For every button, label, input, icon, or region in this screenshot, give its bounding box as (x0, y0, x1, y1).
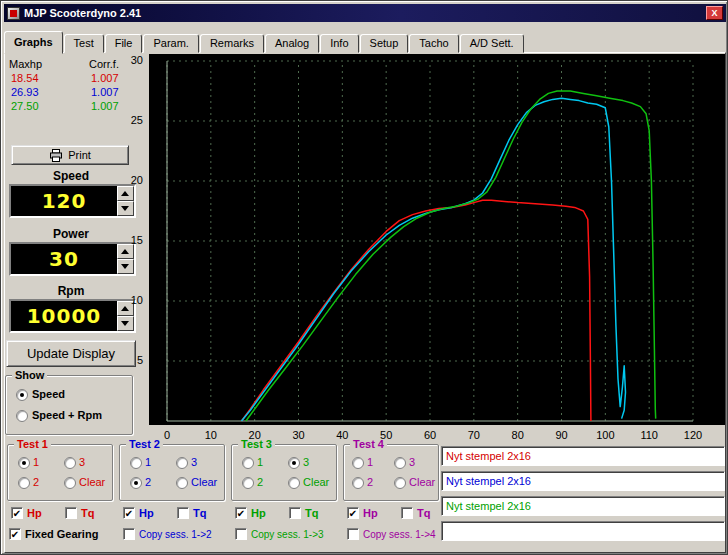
test1-hp-checkbox[interactable] (11, 507, 23, 519)
power-display[interactable]: 30 (9, 242, 136, 276)
test1-maxhp-value: 18.54 (11, 72, 39, 84)
remark-input-1[interactable]: Nyt stempel 2x16 (441, 446, 725, 466)
test2-session1-label[interactable]: 1 (145, 456, 151, 469)
remark-text-1: Nyt stempel 2x16 (446, 450, 531, 462)
show-speed-rpm-label[interactable]: Speed + Rpm (32, 409, 102, 422)
tab-param[interactable]: Param. (143, 34, 198, 53)
test3-clear-label[interactable]: Clear (303, 476, 329, 489)
test1-hp-label[interactable]: Hp (27, 507, 42, 520)
test2-tq-checkbox[interactable] (177, 507, 189, 519)
test1-session3-radio[interactable] (64, 457, 76, 469)
remark-input-4[interactable] (441, 521, 725, 541)
test3-tq-checkbox[interactable] (289, 507, 301, 519)
test4-hp-checkbox[interactable] (347, 507, 359, 519)
copy-sess-1-3-label[interactable]: Copy sess. 1->3 (251, 528, 324, 541)
test2-session2-label[interactable]: 2 (145, 476, 151, 489)
test1-session3-label[interactable]: 3 (79, 456, 85, 469)
test1-session2-radio[interactable] (18, 477, 30, 489)
test2-tq-label[interactable]: Tq (193, 507, 206, 520)
test1-tq-label[interactable]: Tq (81, 507, 94, 520)
speed-display[interactable]: 120 (9, 184, 136, 218)
app-icon (7, 7, 20, 20)
tab-analog[interactable]: Analog (265, 34, 319, 53)
show-speed-radio[interactable] (16, 389, 28, 401)
x-tick-label: 80 (502, 429, 534, 441)
x-tick-label: 90 (546, 429, 578, 441)
tab-file[interactable]: File (105, 34, 143, 53)
test4-clear-label[interactable]: Clear (409, 476, 435, 489)
test4-tq-checkbox[interactable] (401, 507, 413, 519)
test3-hp-label[interactable]: Hp (251, 507, 266, 520)
test2-session2-radio[interactable] (130, 477, 142, 489)
test1-clear-radio[interactable] (64, 477, 76, 489)
test3-session2-radio[interactable] (242, 477, 254, 489)
test3-session2-label[interactable]: 2 (257, 476, 263, 489)
power-down-button[interactable] (117, 259, 134, 274)
copy-sess-1-4-checkbox[interactable] (347, 528, 359, 540)
tab-test[interactable]: Test (64, 34, 104, 53)
test3-session1-radio[interactable] (242, 457, 254, 469)
show-speed-label[interactable]: Speed (32, 388, 65, 401)
test2-hp-checkbox[interactable] (123, 507, 135, 519)
remark-input-2[interactable]: Nyt stempel 2x16 (441, 471, 725, 491)
tab-tacho[interactable]: Tacho (409, 34, 458, 53)
tab-ad-sett[interactable]: A/D Sett. (460, 34, 524, 53)
test2-session1-radio[interactable] (130, 457, 142, 469)
test3-hp-checkbox[interactable] (235, 507, 247, 519)
copy-sess-1-2-label[interactable]: Copy sess. 1->2 (139, 528, 212, 541)
test1-clear-label[interactable]: Clear (79, 476, 105, 489)
show-group-title: Show (12, 369, 47, 382)
tab-info[interactable]: Info (320, 34, 358, 53)
x-tick-label: 30 (283, 429, 315, 441)
test4-session3-label[interactable]: 3 (409, 456, 415, 469)
remark-input-3[interactable]: Nyt stempel 2x16 (441, 496, 725, 516)
test3-session3-radio[interactable] (288, 457, 300, 469)
curve-test-2-hp (242, 98, 626, 421)
fixed-gearing-checkbox[interactable] (9, 528, 21, 540)
test4-clear-radio[interactable] (394, 477, 406, 489)
test4-session2-label[interactable]: 2 (367, 476, 373, 489)
x-tick-label: 110 (633, 429, 665, 441)
test3-clear-radio[interactable] (288, 477, 300, 489)
test4-session3-radio[interactable] (394, 457, 406, 469)
tab-remarks[interactable]: Remarks (200, 34, 264, 53)
speed-up-button[interactable] (117, 186, 134, 201)
tab-setup[interactable]: Setup (360, 34, 409, 53)
rpm-down-button[interactable] (117, 316, 134, 331)
test2-hp-label[interactable]: Hp (139, 507, 154, 520)
window-title: MJP Scooterdyno 2.41 (24, 7, 702, 19)
print-button[interactable]: Print (11, 145, 129, 165)
test4-session1-label[interactable]: 1 (367, 456, 373, 469)
test2-session3-radio[interactable] (176, 457, 188, 469)
close-button[interactable]: X (706, 6, 723, 20)
power-up-button[interactable] (117, 244, 134, 259)
test1-session2-label[interactable]: 2 (33, 476, 39, 489)
test4-session2-radio[interactable] (352, 477, 364, 489)
test4-hp-label[interactable]: Hp (363, 507, 378, 520)
test3-group: Test 3 1 3 2 Clear (231, 444, 337, 501)
test4-tq-label[interactable]: Tq (417, 507, 430, 520)
test1-session1-label[interactable]: 1 (33, 456, 39, 469)
show-speed-rpm-radio[interactable] (16, 410, 28, 422)
power-value[interactable]: 30 (11, 244, 117, 274)
speed-down-button[interactable] (117, 201, 134, 216)
test2-clear-radio[interactable] (176, 477, 188, 489)
y-tick-label: 20 (101, 174, 143, 186)
copy-sess-1-4-label[interactable]: Copy sess. 1->4 (363, 528, 436, 541)
test3-session3-label[interactable]: 3 (303, 456, 309, 469)
fixed-gearing-label[interactable]: Fixed Gearing (25, 528, 98, 541)
test2-session3-label[interactable]: 3 (191, 456, 197, 469)
test2-group: Test 2 1 3 2 Clear (119, 444, 225, 501)
x-tick-label: 120 (677, 429, 709, 441)
tab-graphs[interactable]: Graphs (4, 31, 63, 54)
test4-session1-radio[interactable] (352, 457, 364, 469)
test2-clear-label[interactable]: Clear (191, 476, 217, 489)
y-tick-label: 15 (101, 234, 143, 246)
test3-tq-label[interactable]: Tq (305, 507, 318, 520)
speed-value[interactable]: 120 (11, 186, 117, 216)
test3-session1-label[interactable]: 1 (257, 456, 263, 469)
test1-session1-radio[interactable] (18, 457, 30, 469)
copy-sess-1-2-checkbox[interactable] (123, 528, 135, 540)
copy-sess-1-3-checkbox[interactable] (235, 528, 247, 540)
test1-tq-checkbox[interactable] (65, 507, 77, 519)
